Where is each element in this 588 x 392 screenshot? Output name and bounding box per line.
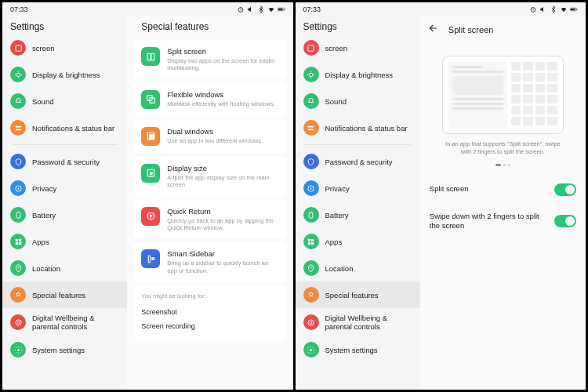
nav-item-apps[interactable]: Apps bbox=[296, 228, 420, 255]
suggestion-item[interactable]: Screenshot bbox=[141, 305, 278, 319]
nav-item-special-features[interactable]: Special features bbox=[2, 281, 127, 308]
suggestions-heading: You might be looking for: bbox=[141, 292, 278, 299]
svg-point-5 bbox=[16, 73, 20, 77]
nav-icon bbox=[10, 40, 26, 56]
feature-split-screen[interactable]: Split screenDisplay two apps on the scre… bbox=[133, 40, 286, 79]
svg-rect-28 bbox=[148, 256, 150, 263]
nav-item-system-settings[interactable]: System settings bbox=[296, 336, 420, 363]
battery-icon bbox=[570, 5, 578, 13]
svg-point-36 bbox=[309, 73, 313, 77]
feature-desc: Bring up a sidebar to quickly launch an … bbox=[167, 260, 278, 274]
svg-point-50 bbox=[310, 349, 312, 351]
nav-item-password-security[interactable]: Password & security bbox=[296, 148, 420, 175]
toggle-label: Swipe down with 2 fingers to split the s… bbox=[430, 212, 546, 231]
svg-rect-34 bbox=[577, 9, 578, 9]
svg-rect-25 bbox=[149, 135, 154, 140]
page-indicator bbox=[426, 164, 579, 166]
nav-icon bbox=[303, 93, 319, 109]
feature-quick-return[interactable]: Quick ReturnQuickly go back to an app by… bbox=[133, 200, 286, 239]
suggestion-item[interactable]: Screen recording bbox=[141, 319, 278, 333]
svg-rect-14 bbox=[15, 241, 17, 244]
nav-icon bbox=[303, 40, 319, 56]
feature-title: Dual windows bbox=[167, 127, 278, 136]
svg-rect-10 bbox=[16, 212, 20, 217]
nav-item-sound[interactable]: Sound bbox=[2, 88, 127, 114]
nav-icon bbox=[303, 180, 319, 196]
nav-icon bbox=[10, 342, 26, 358]
toggle-row: Swipe down with 2 fingers to split the s… bbox=[426, 204, 579, 239]
feature-icon bbox=[141, 90, 160, 109]
nav-label: Privacy bbox=[32, 184, 56, 193]
nav-label: Display & brightness bbox=[325, 71, 394, 79]
nav-item-screen[interactable]: screen bbox=[296, 40, 420, 61]
features-title: Special features bbox=[133, 16, 286, 40]
status-icons bbox=[529, 5, 578, 13]
nav-item-system-settings[interactable]: System settings bbox=[2, 336, 127, 363]
back-button[interactable] bbox=[426, 21, 441, 38]
screenshot-left: 07:33 Settings screenDisplay & brightnes… bbox=[2, 2, 293, 390]
feature-icon bbox=[141, 127, 160, 146]
svg-rect-12 bbox=[15, 238, 17, 241]
nav-icon bbox=[10, 314, 26, 330]
status-icons bbox=[237, 5, 285, 13]
feature-title: Flexible windows bbox=[167, 90, 278, 99]
status-bar: 07:33 bbox=[296, 2, 586, 16]
toggle-row: Split screen bbox=[426, 176, 579, 204]
alarm-icon bbox=[529, 5, 537, 13]
nav-label: Apps bbox=[32, 238, 49, 246]
nav-item-location[interactable]: Location bbox=[2, 255, 127, 281]
nav-label: screen bbox=[32, 44, 55, 53]
nav-item-screen[interactable]: screen bbox=[2, 40, 127, 61]
nav-item-special-features[interactable]: Special features bbox=[296, 281, 420, 308]
feature-title: Display size bbox=[167, 164, 278, 172]
nav-label: Digital Wellbeing & parental controls bbox=[325, 314, 412, 331]
nav-icon bbox=[303, 234, 319, 249]
toggle-label: Split screen bbox=[430, 184, 546, 194]
feature-smart-sidebar[interactable]: Smart SidebarBring up a sidebar to quick… bbox=[133, 242, 286, 281]
nav-item-battery[interactable]: Battery bbox=[2, 201, 127, 228]
nav-icon bbox=[10, 260, 26, 276]
feature-flexible-windows[interactable]: Flexible windowsMultitask efficiently wi… bbox=[133, 83, 286, 116]
nav-item-digital-wellbeing-parental-controls[interactable]: Digital Wellbeing & parental controls bbox=[2, 308, 127, 336]
nav-icon bbox=[10, 287, 26, 303]
nav-icon bbox=[303, 207, 319, 223]
nav-item-notifications-status-bar[interactable]: Notifications & status bar bbox=[2, 114, 127, 141]
svg-rect-20 bbox=[147, 53, 151, 60]
nav-label: System settings bbox=[32, 346, 85, 354]
nav-item-sound[interactable]: Sound bbox=[296, 88, 420, 114]
nav-item-digital-wellbeing-parental-controls[interactable]: Digital Wellbeing & parental controls bbox=[296, 308, 420, 336]
nav-icon bbox=[303, 314, 319, 330]
nav-item-notifications-status-bar[interactable]: Notifications & status bar bbox=[296, 114, 420, 141]
svg-rect-29 bbox=[151, 257, 154, 258]
nav-item-location[interactable]: Location bbox=[296, 255, 420, 281]
nav-item-battery[interactable]: Battery bbox=[296, 201, 420, 228]
svg-point-19 bbox=[17, 349, 20, 351]
feature-display-size[interactable]: Display sizeAdjust the app display size … bbox=[133, 157, 286, 196]
nav-icon bbox=[10, 120, 26, 136]
nav-item-privacy[interactable]: Privacy bbox=[2, 175, 127, 201]
feature-dual-windows[interactable]: Dual windowsUse an app in two different … bbox=[133, 120, 286, 153]
nav-label: Display & brightness bbox=[32, 71, 100, 79]
nav-label: Battery bbox=[325, 211, 349, 220]
nav-item-password-security[interactable]: Password & security bbox=[2, 148, 127, 175]
nav-item-display-brightness[interactable]: Display & brightness bbox=[2, 61, 127, 88]
settings-sidebar: Settings screenDisplay & brightnessSound… bbox=[2, 16, 127, 390]
nav-icon bbox=[10, 207, 26, 223]
svg-rect-35 bbox=[308, 45, 314, 50]
nav-item-display-brightness[interactable]: Display & brightness bbox=[296, 61, 420, 88]
svg-rect-7 bbox=[15, 129, 20, 130]
nav-label: Special features bbox=[32, 291, 85, 299]
nav-item-privacy[interactable]: Privacy bbox=[296, 175, 420, 201]
bluetooth-icon bbox=[550, 5, 557, 13]
svg-rect-38 bbox=[308, 129, 314, 130]
toggle-switch[interactable] bbox=[554, 215, 576, 227]
nav-icon bbox=[10, 180, 26, 196]
detail-title: Split screen bbox=[448, 25, 493, 34]
nav-label: Privacy bbox=[325, 184, 350, 193]
nav-item-apps[interactable]: Apps bbox=[2, 228, 127, 255]
split-screen-illustration bbox=[426, 56, 579, 134]
feature-desc: Adjust the app display size on the main … bbox=[167, 174, 278, 189]
nav-icon bbox=[303, 67, 319, 82]
nav-icon bbox=[10, 234, 26, 249]
toggle-switch[interactable] bbox=[554, 183, 576, 196]
